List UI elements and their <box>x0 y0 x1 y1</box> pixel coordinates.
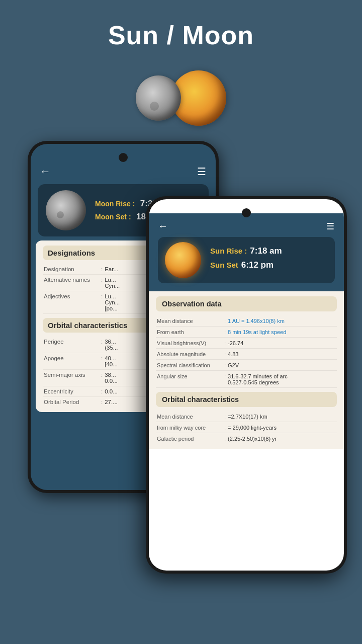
mean-dist-value: 1 AU = 1.496x10(8) km <box>228 318 336 324</box>
perigee-label: Perigee <box>44 339 99 351</box>
sun-rise-value: 7:18 am <box>250 246 282 256</box>
observation-title: Observation data <box>162 300 331 308</box>
galactic-period-value: (2.25-2.50)x10(8) yr <box>228 436 336 442</box>
galactic-period-label: Galactic period <box>157 436 222 442</box>
from-earth-label: From earth <box>157 329 222 335</box>
orb-mean-dist-value: =2.7X10(17) km <box>228 414 336 420</box>
table-row: from milky way core : = 29,000 light-yea… <box>156 422 337 433</box>
table-row: Spectral classification : G2V <box>156 360 337 371</box>
semi-major-label: Semi-major axis <box>44 372 99 384</box>
moon-icons-row <box>0 70 362 126</box>
phone-front-screen: ← ☰ Sun Rise : 7:18 am Sun Set 6:12 pm <box>149 199 344 571</box>
front-notch <box>242 208 251 217</box>
front-menu-icon[interactable]: ☰ <box>326 221 335 232</box>
orb-mean-dist-label: Mean distance <box>157 414 222 420</box>
menu-icon-back[interactable]: ☰ <box>197 165 207 178</box>
phone-front: ← ☰ Sun Rise : 7:18 am Sun Set 6:12 pm <box>146 196 347 574</box>
sun-planet-image <box>165 242 201 278</box>
from-earth-value: 8 min 19s at light speed <box>228 329 336 335</box>
abs-magnitude-value: 4.83 <box>228 351 336 357</box>
front-orbital-section: Orbital characteristics <box>156 392 337 407</box>
sun-set-row: Sun Set 6:12 pm <box>210 260 282 272</box>
back-notch <box>119 153 128 162</box>
table-row: Mean distance : =2.7X10(17) km <box>156 411 337 422</box>
sun-info-card: Sun Rise : 7:18 am Sun Set 6:12 pm <box>158 237 335 283</box>
spectral-value: G2V <box>228 362 336 368</box>
mean-dist-label: Mean distance <box>157 318 222 324</box>
table-row: Angular size : 31.6-32.7 minutes of arc0… <box>156 371 337 388</box>
table-row: Absolute magnitude : 4.83 <box>156 349 337 360</box>
sun-set-label: Sun Set <box>210 261 238 269</box>
front-back-arrow-icon[interactable]: ← <box>158 220 168 232</box>
milky-way-label: from milky way core <box>157 425 222 431</box>
table-row: Mean distance : 1 AU = 1.496x10(8) km <box>156 315 337 327</box>
gray-moon-icon <box>136 75 181 121</box>
front-content: Observation data Mean distance : 1 AU = … <box>149 291 344 449</box>
adjectives-label: Adjectives <box>44 293 99 311</box>
sun-set-value: 6:12 pm <box>241 260 274 270</box>
visual-brightness-label: Visual brightness(V) <box>157 340 222 346</box>
sun-rise-label: Sun Rise : <box>210 247 247 255</box>
sun-times: Sun Rise : 7:18 am Sun Set 6:12 pm <box>210 246 282 274</box>
moon-planet-image <box>46 190 86 230</box>
visual-brightness-value: -26.74 <box>228 340 336 346</box>
alt-names-label: Alternative names <box>44 277 99 289</box>
apogee-label: Apogee <box>44 355 99 367</box>
front-top-section: ← ☰ Sun Rise : 7:18 am Sun Set 6:12 pm <box>149 213 344 291</box>
phones-container: ← ☰ Moon Rise : 7:39:48 Moon Set : 18:50… <box>0 141 362 579</box>
angular-size-value: 31.6-32.7 minutes of arc0.527-0.545 degr… <box>228 373 336 385</box>
eccentricity-label: Eccentricity <box>44 388 99 394</box>
moon-set-label: Moon Set : <box>95 213 131 221</box>
page-header: Sun / Moon <box>0 0 362 60</box>
milky-way-value: = 29,000 light-years <box>228 425 336 431</box>
table-row: Galactic period : (2.25-2.50)x10(8) yr <box>156 433 337 444</box>
abs-magnitude-label: Absolute magnitude <box>157 351 222 357</box>
front-nav: ← ☰ <box>158 220 335 232</box>
moon-rise-label: Moon Rise : <box>95 200 135 208</box>
spectral-label: Spectral classification <box>157 362 222 368</box>
observation-section: Observation data <box>156 296 337 311</box>
orbital-period-label: Orbital Period <box>44 399 99 405</box>
table-row: Visual brightness(V) : -26.74 <box>156 338 337 349</box>
designation-label: Designation <box>44 266 99 272</box>
angular-size-label: Angular size <box>157 373 222 385</box>
page-title: Sun / Moon <box>0 20 362 50</box>
front-orbital-title: Orbital characteristics <box>162 395 331 404</box>
table-row: From earth : 8 min 19s at light speed <box>156 327 337 338</box>
sun-rise-row: Sun Rise : 7:18 am <box>210 246 282 258</box>
back-arrow-icon[interactable]: ← <box>40 165 51 178</box>
